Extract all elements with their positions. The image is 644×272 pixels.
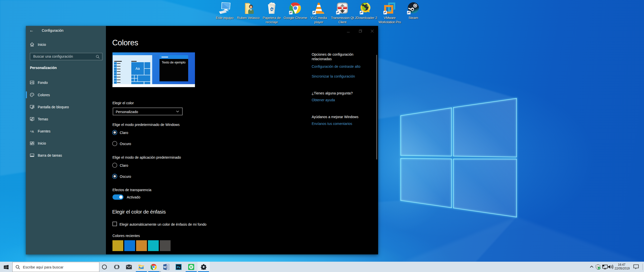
svg-text:A: A [32, 130, 34, 133]
svg-text:Ps: Ps [177, 266, 180, 269]
svg-text:A: A [30, 130, 32, 132]
svg-text:W: W [164, 265, 167, 269]
